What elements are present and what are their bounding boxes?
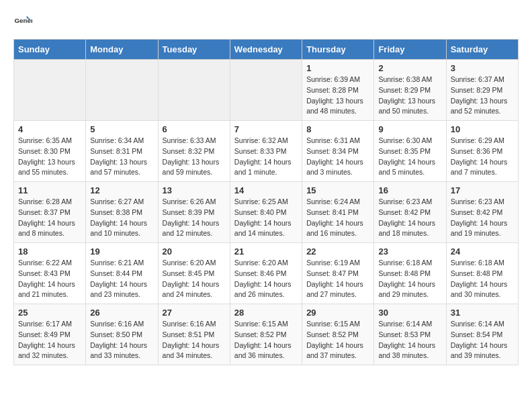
day-info: Sunrise: 6:16 AM Sunset: 8:51 PM Dayligh… [163, 319, 226, 361]
calendar-cell: 29Sunrise: 6:15 AM Sunset: 8:52 PM Dayli… [302, 304, 374, 365]
week-row-5: 25Sunrise: 6:17 AM Sunset: 8:49 PM Dayli… [14, 304, 519, 365]
day-info: Sunrise: 6:18 AM Sunset: 8:48 PM Dayligh… [378, 258, 441, 300]
calendar-cell: 13Sunrise: 6:26 AM Sunset: 8:39 PM Dayli… [158, 182, 230, 243]
calendar-cell: 4Sunrise: 6:35 AM Sunset: 8:30 PM Daylig… [14, 121, 86, 182]
day-info: Sunrise: 6:20 AM Sunset: 8:46 PM Dayligh… [234, 258, 298, 300]
day-info: Sunrise: 6:25 AM Sunset: 8:40 PM Dayligh… [234, 197, 298, 239]
day-info: Sunrise: 6:16 AM Sunset: 8:50 PM Dayligh… [90, 319, 153, 361]
day-info: Sunrise: 6:18 AM Sunset: 8:48 PM Dayligh… [451, 258, 514, 300]
day-number: 6 [163, 124, 226, 134]
day-number: 19 [90, 246, 153, 257]
col-header-thursday: Thursday [302, 40, 374, 60]
day-number: 26 [90, 308, 153, 318]
day-info: Sunrise: 6:28 AM Sunset: 8:37 PM Dayligh… [18, 197, 81, 239]
day-info: Sunrise: 6:27 AM Sunset: 8:38 PM Dayligh… [90, 197, 153, 239]
day-info: Sunrise: 6:38 AM Sunset: 8:29 PM Dayligh… [378, 75, 441, 117]
col-header-sunday: Sunday [14, 40, 86, 60]
week-row-2: 4Sunrise: 6:35 AM Sunset: 8:30 PM Daylig… [14, 121, 519, 182]
calendar-cell: 3Sunrise: 6:37 AM Sunset: 8:29 PM Daylig… [446, 60, 518, 121]
day-number: 10 [451, 124, 514, 134]
calendar-cell: 20Sunrise: 6:20 AM Sunset: 8:45 PM Dayli… [158, 243, 230, 304]
calendar-header-row: SundayMondayTuesdayWednesdayThursdayFrid… [14, 40, 519, 60]
day-info: Sunrise: 6:23 AM Sunset: 8:42 PM Dayligh… [378, 197, 441, 239]
day-number: 31 [451, 308, 514, 318]
day-info: Sunrise: 6:21 AM Sunset: 8:44 PM Dayligh… [90, 258, 153, 300]
day-info: Sunrise: 6:34 AM Sunset: 8:31 PM Dayligh… [90, 136, 153, 178]
calendar-cell: 9Sunrise: 6:30 AM Sunset: 8:35 PM Daylig… [374, 121, 446, 182]
day-info: Sunrise: 6:32 AM Sunset: 8:33 PM Dayligh… [234, 136, 298, 178]
day-info: Sunrise: 6:14 AM Sunset: 8:54 PM Dayligh… [451, 319, 514, 361]
day-number: 18 [18, 246, 81, 257]
calendar-cell: 19Sunrise: 6:21 AM Sunset: 8:44 PM Dayli… [86, 243, 158, 304]
day-info: Sunrise: 6:29 AM Sunset: 8:36 PM Dayligh… [451, 136, 514, 178]
day-number: 21 [234, 246, 298, 257]
logo-icon: General [13, 13, 32, 32]
day-number: 7 [234, 124, 298, 134]
col-header-monday: Monday [86, 40, 158, 60]
day-number: 11 [18, 185, 81, 195]
day-number: 3 [451, 63, 514, 73]
calendar-cell: 27Sunrise: 6:16 AM Sunset: 8:51 PM Dayli… [158, 304, 230, 365]
day-info: Sunrise: 6:22 AM Sunset: 8:43 PM Dayligh… [18, 258, 81, 300]
day-number: 15 [306, 185, 369, 195]
day-number: 14 [234, 185, 298, 195]
day-info: Sunrise: 6:31 AM Sunset: 8:34 PM Dayligh… [306, 136, 369, 178]
day-info: Sunrise: 6:26 AM Sunset: 8:39 PM Dayligh… [163, 197, 226, 239]
day-info: Sunrise: 6:15 AM Sunset: 8:52 PM Dayligh… [234, 319, 298, 361]
col-header-tuesday: Tuesday [158, 40, 230, 60]
calendar-cell [86, 60, 158, 121]
calendar-cell: 25Sunrise: 6:17 AM Sunset: 8:49 PM Dayli… [14, 304, 86, 365]
day-number: 29 [306, 308, 369, 318]
calendar-cell: 31Sunrise: 6:14 AM Sunset: 8:54 PM Dayli… [446, 304, 518, 365]
day-info: Sunrise: 6:33 AM Sunset: 8:32 PM Dayligh… [163, 136, 226, 178]
week-row-3: 11Sunrise: 6:28 AM Sunset: 8:37 PM Dayli… [14, 182, 519, 243]
day-info: Sunrise: 6:39 AM Sunset: 8:28 PM Dayligh… [306, 75, 369, 117]
calendar-cell: 26Sunrise: 6:16 AM Sunset: 8:50 PM Dayli… [86, 304, 158, 365]
calendar-cell: 12Sunrise: 6:27 AM Sunset: 8:38 PM Dayli… [86, 182, 158, 243]
calendar-cell: 10Sunrise: 6:29 AM Sunset: 8:36 PM Dayli… [446, 121, 518, 182]
calendar-cell [14, 60, 86, 121]
day-number: 30 [378, 308, 441, 318]
calendar-cell [230, 60, 302, 121]
day-info: Sunrise: 6:23 AM Sunset: 8:42 PM Dayligh… [451, 197, 514, 239]
calendar-cell: 30Sunrise: 6:14 AM Sunset: 8:53 PM Dayli… [374, 304, 446, 365]
calendar-cell: 28Sunrise: 6:15 AM Sunset: 8:52 PM Dayli… [230, 304, 302, 365]
day-info: Sunrise: 6:17 AM Sunset: 8:49 PM Dayligh… [18, 319, 81, 361]
calendar-cell: 24Sunrise: 6:18 AM Sunset: 8:48 PM Dayli… [446, 243, 518, 304]
logo: General [13, 13, 35, 32]
day-number: 24 [451, 246, 514, 257]
calendar-cell: 2Sunrise: 6:38 AM Sunset: 8:29 PM Daylig… [374, 60, 446, 121]
day-number: 1 [306, 63, 369, 73]
calendar-table: SundayMondayTuesdayWednesdayThursdayFrid… [13, 39, 519, 365]
calendar-cell: 5Sunrise: 6:34 AM Sunset: 8:31 PM Daylig… [86, 121, 158, 182]
day-number: 12 [90, 185, 153, 195]
day-number: 23 [378, 246, 441, 257]
calendar-cell: 1Sunrise: 6:39 AM Sunset: 8:28 PM Daylig… [302, 60, 374, 121]
day-number: 28 [234, 308, 298, 318]
col-header-wednesday: Wednesday [230, 40, 302, 60]
day-info: Sunrise: 6:14 AM Sunset: 8:53 PM Dayligh… [378, 319, 441, 361]
week-row-1: 1Sunrise: 6:39 AM Sunset: 8:28 PM Daylig… [14, 60, 519, 121]
week-row-4: 18Sunrise: 6:22 AM Sunset: 8:43 PM Dayli… [14, 243, 519, 304]
calendar-cell: 14Sunrise: 6:25 AM Sunset: 8:40 PM Dayli… [230, 182, 302, 243]
calendar-cell: 21Sunrise: 6:20 AM Sunset: 8:46 PM Dayli… [230, 243, 302, 304]
col-header-saturday: Saturday [446, 40, 518, 60]
calendar-cell: 7Sunrise: 6:32 AM Sunset: 8:33 PM Daylig… [230, 121, 302, 182]
day-number: 2 [378, 63, 441, 73]
col-header-friday: Friday [374, 40, 446, 60]
day-number: 27 [163, 308, 226, 318]
day-info: Sunrise: 6:15 AM Sunset: 8:52 PM Dayligh… [306, 319, 369, 361]
calendar-cell: 8Sunrise: 6:31 AM Sunset: 8:34 PM Daylig… [302, 121, 374, 182]
calendar-cell: 23Sunrise: 6:18 AM Sunset: 8:48 PM Dayli… [374, 243, 446, 304]
day-number: 22 [306, 246, 369, 257]
calendar-cell [158, 60, 230, 121]
day-number: 9 [378, 124, 441, 134]
day-number: 13 [163, 185, 226, 195]
calendar-cell: 11Sunrise: 6:28 AM Sunset: 8:37 PM Dayli… [14, 182, 86, 243]
calendar-cell: 22Sunrise: 6:19 AM Sunset: 8:47 PM Dayli… [302, 243, 374, 304]
day-info: Sunrise: 6:24 AM Sunset: 8:41 PM Dayligh… [306, 197, 369, 239]
day-number: 17 [451, 185, 514, 195]
day-info: Sunrise: 6:37 AM Sunset: 8:29 PM Dayligh… [451, 75, 514, 117]
day-info: Sunrise: 6:20 AM Sunset: 8:45 PM Dayligh… [163, 258, 226, 300]
day-number: 5 [90, 124, 153, 134]
